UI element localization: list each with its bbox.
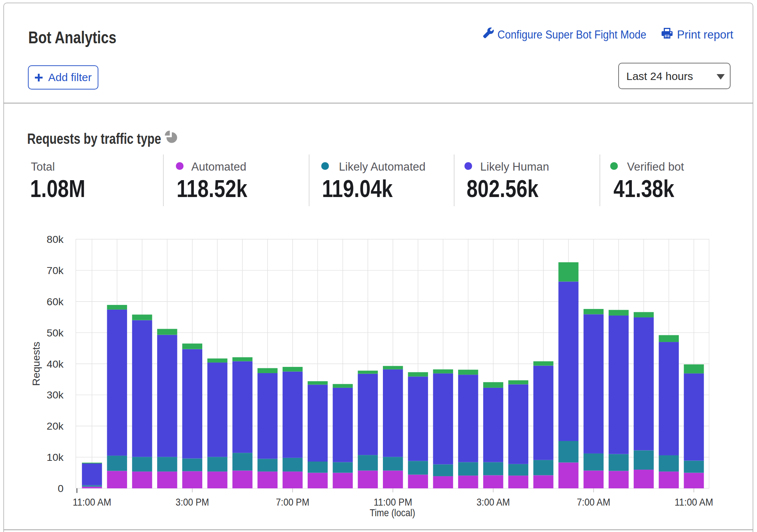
svg-text:20k: 20k [47,420,64,432]
svg-text:11:00 AM: 11:00 AM [675,496,713,508]
svg-text:Requests: Requests [30,342,42,386]
svg-text:Time (local): Time (local) [370,507,415,518]
svg-text:10k: 10k [47,451,64,463]
svg-text:11:00 PM: 11:00 PM [374,496,412,508]
svg-text:0: 0 [58,482,64,494]
svg-text:70k: 70k [47,265,64,276]
svg-text:3:00 AM: 3:00 AM [477,496,510,508]
svg-text:60k: 60k [47,296,64,307]
svg-text:30k: 30k [47,389,64,401]
svg-text:11:00 AM: 11:00 AM [73,496,111,508]
svg-text:7:00 PM: 7:00 PM [276,496,309,508]
svg-text:40k: 40k [47,358,64,370]
svg-text:50k: 50k [47,327,64,339]
svg-text:7:00 AM: 7:00 AM [577,496,610,508]
svg-text:3:00 PM: 3:00 PM [175,496,209,508]
svg-text:80k: 80k [47,233,64,245]
